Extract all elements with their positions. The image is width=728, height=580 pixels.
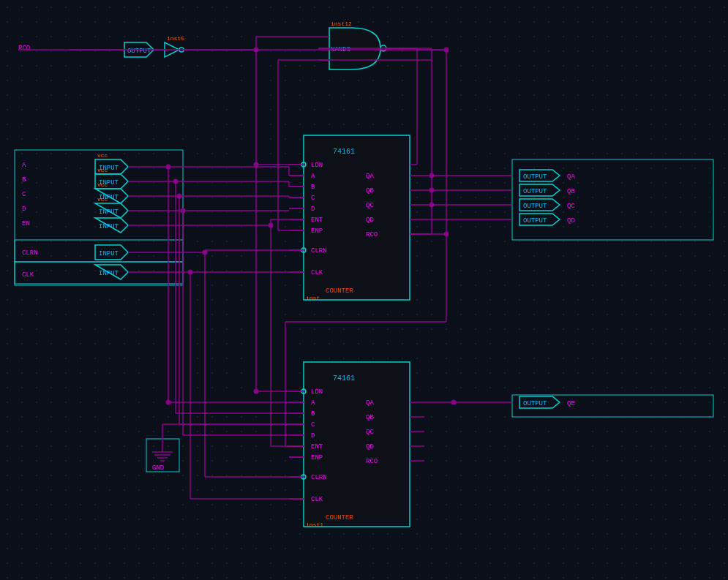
counter2-pin-clk: CLK — [311, 496, 323, 503]
counter1-pin-enp: ENP — [311, 227, 323, 235]
input-clrn-label: CLRN — [22, 249, 38, 257]
output-qe-text: OUTPUT — [523, 400, 547, 407]
node-ldn2-dot — [254, 389, 259, 394]
output-qe-label: QE — [567, 400, 575, 407]
node-rco2-dot — [444, 232, 449, 237]
counter2-pin-clrn: CLRN — [311, 474, 327, 481]
counter1-pin-clrn: CLRN — [311, 247, 327, 255]
not-inst: inst5 — [167, 35, 184, 42]
node-a2-dot — [166, 400, 171, 405]
counter2-pin-qd: QD — [366, 443, 374, 451]
counter1-pin-a: A — [311, 173, 315, 180]
counter2-pin-a: A — [311, 399, 315, 407]
input-clk-label: CLK — [22, 271, 34, 279]
output-qb-label: QB — [567, 188, 575, 195]
rco-label: RCO — [18, 45, 30, 52]
output-qa-text: OUTPUT — [523, 173, 547, 181]
input-d-text: INPUT — [99, 208, 119, 216]
input-en-text: INPUT — [99, 223, 119, 230]
counter1-pin-rco: RCO — [366, 231, 378, 238]
output-qc-label: QC — [567, 203, 575, 210]
input-c-inst: vcc — [97, 181, 108, 188]
counter1-pin-qc: QC — [366, 202, 374, 209]
counter2-pin-enp: ENP — [311, 454, 323, 462]
counter1-pin-c: C — [311, 195, 315, 202]
counter2-pin-ent: ENT — [311, 443, 323, 451]
counter2-pin-b: B — [311, 410, 315, 418]
rco-output-text: OUTPUT — [127, 48, 151, 55]
output-qc-text: OUTPUT — [523, 203, 547, 210]
input-c-label: C — [22, 191, 26, 198]
node-b-dot — [173, 179, 179, 184]
counter2-pin-qa: QA — [366, 399, 374, 407]
counter1-pin-qb: QB — [366, 187, 374, 195]
input-b-inst: vcc — [97, 167, 108, 173]
output-qd-label: QD — [567, 217, 575, 225]
input-a-inst: vcc — [97, 152, 108, 159]
input-clrn-text: INPUT — [99, 250, 119, 257]
node-a-dot — [166, 165, 171, 170]
node-d-dot — [181, 208, 186, 214]
counter2-pin-c: C — [311, 421, 315, 429]
node-qb-dot — [429, 188, 435, 193]
node-qc-dot — [429, 203, 435, 208]
counter1-name: COUNTER — [326, 287, 353, 295]
counter1-pin-clk: CLK — [311, 269, 323, 276]
counter1-inst: inst — [306, 295, 320, 301]
input-b-label: B — [22, 176, 26, 184]
counter1-label: 74161 — [333, 148, 355, 156]
output-qb-text: OUTPUT — [523, 188, 547, 195]
nand-inst: inst12 — [331, 20, 352, 27]
input-d-inst: vcc — [97, 196, 108, 203]
node-qe-dot — [451, 400, 457, 405]
counter2-pin-rco: RCO — [366, 458, 378, 465]
counter1-pin-d: D — [311, 206, 315, 213]
counter1-pin-qd: QD — [366, 216, 374, 224]
input-a-label: A — [22, 162, 26, 169]
counter2-pin-ldn: LDN — [311, 388, 323, 396]
counter1-pin-ent: ENT — [311, 216, 323, 224]
counter1-pin-b: B — [311, 184, 315, 191]
input-en-label: EN — [22, 220, 30, 227]
counter2-name: COUNTER — [326, 514, 353, 521]
node-rco-dot — [444, 48, 449, 53]
counter1-pin-ldn: LDN — [311, 162, 323, 169]
input-d-label: D — [22, 206, 26, 213]
input-clk-text: INPUT — [99, 270, 119, 277]
gnd-label: GND — [152, 464, 164, 472]
counter2-pin-d: D — [311, 432, 315, 440]
output-qa-label: QA — [567, 173, 575, 181]
counter2-pin-qc: QC — [366, 429, 374, 436]
counter2-inst: inst1 — [306, 521, 323, 528]
node-qa-dot — [429, 173, 435, 178]
counter2-pin-qb: QB — [366, 414, 374, 421]
output-qd-text: OUTPUT — [523, 217, 547, 225]
counter1-pin-qa: QA — [366, 173, 374, 180]
counter2-label: 74161 — [333, 374, 355, 383]
node-c-dot — [177, 194, 182, 199]
schematic-canvas: 74161 LDN A B C D ENT ENP CLRN CLK QA — [0, 0, 728, 580]
